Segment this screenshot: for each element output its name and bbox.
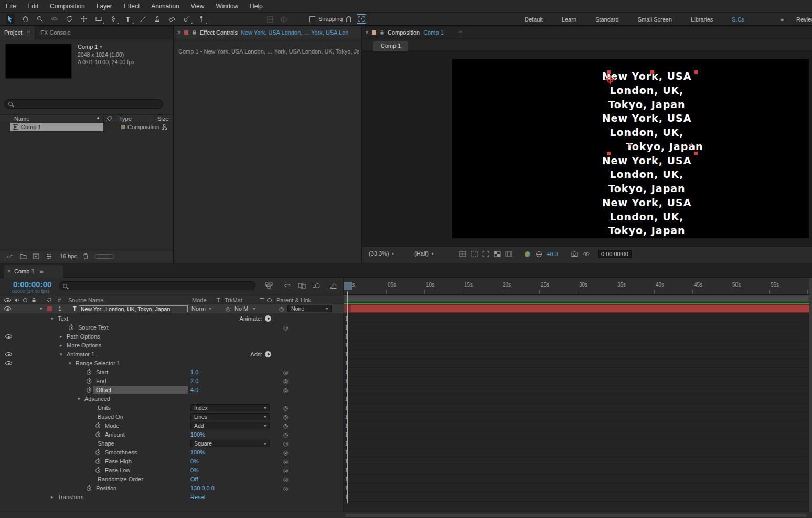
menu-window[interactable]: Window (210, 0, 244, 13)
column-header-name[interactable]: Name (14, 115, 29, 122)
prop-value[interactable]: 1.0 (190, 369, 198, 375)
prop-dropdown-units[interactable]: Index▼ (190, 404, 270, 411)
menu-view[interactable]: View (185, 0, 210, 13)
timeline-tab[interactable]: × Comp 1 ≡ (4, 265, 63, 278)
toggle-switches-icon[interactable] (260, 298, 264, 302)
expression-pickwhip-icon[interactable]: ◎ (283, 422, 289, 429)
expression-pickwhip-icon[interactable]: ◎ (283, 485, 289, 492)
effect-controls-title[interactable]: Effect Controls (200, 29, 238, 36)
stopwatch-icon[interactable] (95, 424, 100, 428)
expression-pickwhip-icon[interactable]: ◎ (283, 449, 289, 456)
prop-value[interactable]: 0% (190, 458, 199, 464)
layer-label-color[interactable] (47, 306, 52, 311)
current-timecode[interactable]: 0:00:00:00 (13, 280, 51, 289)
expression-pickwhip-icon[interactable]: ◎ (283, 378, 289, 385)
column-header-t[interactable]: T (217, 297, 220, 303)
work-area-bar[interactable] (344, 295, 812, 303)
range-selector-end-marker[interactable]: ◂ (689, 141, 692, 147)
shy-layers-icon[interactable] (283, 282, 291, 289)
blend-mode-dropdown[interactable]: Norm (191, 305, 206, 312)
prop-row-source-text[interactable]: Source Text◎ (0, 323, 343, 332)
column-header-trkmat[interactable]: TrkMat (225, 297, 242, 303)
interpret-footage-icon[interactable] (6, 253, 13, 259)
selection-handle[interactable] (694, 70, 698, 74)
new-composition-icon[interactable] (33, 253, 39, 259)
panel-menu-icon[interactable]: ≡ (26, 29, 30, 36)
selection-handle[interactable] (694, 152, 698, 155)
stopwatch-icon[interactable] (87, 379, 91, 384)
workspace-menu-icon[interactable]: ≡ (780, 16, 784, 23)
workspace-s-cs[interactable]: S.Cs (732, 16, 744, 23)
used-in-icon[interactable] (162, 124, 167, 130)
show-snapshot-icon[interactable] (583, 251, 590, 257)
viewer-tab-comp1[interactable]: Comp 1 (373, 41, 408, 51)
prop-row-mode[interactable]: ModeAdd▼◎ (0, 421, 343, 430)
hand-tool-icon[interactable] (21, 14, 29, 24)
resolution-dropdown[interactable]: (Half) ▼ (414, 250, 434, 257)
stopwatch-icon[interactable] (95, 432, 100, 437)
parent-dropdown[interactable]: None ▼ (287, 305, 332, 312)
layer-duration-bar[interactable] (344, 304, 812, 313)
prop-value[interactable]: 100% (190, 449, 205, 456)
snap-to-features-icon[interactable] (357, 14, 366, 24)
prop-row-transform[interactable]: ▸TransformReset (0, 493, 343, 502)
visibility-eye-icon[interactable] (5, 361, 12, 365)
selection-handle[interactable] (607, 70, 611, 74)
anchor-point-icon[interactable] (607, 77, 613, 83)
brush-tool-icon[interactable] (138, 14, 147, 24)
bit-depth-button[interactable]: 16 bpc (60, 253, 77, 259)
prop-value[interactable]: Off (190, 476, 198, 482)
stopwatch-icon[interactable] (95, 459, 100, 464)
column-header-size[interactable]: Size (157, 115, 168, 122)
prop-row-path-options[interactable]: ▸Path Options (0, 332, 343, 341)
prop-row-amount[interactable]: Amount100%◎ (0, 430, 343, 439)
expression-pickwhip-icon[interactable]: ◎ (283, 476, 289, 483)
twirl-open-icon[interactable]: ▾ (78, 396, 80, 401)
magnification-dropdown[interactable]: (33.3%) ▼ (369, 250, 394, 257)
prop-dropdown-mode[interactable]: Add▼ (190, 422, 270, 429)
playhead-line[interactable] (347, 291, 348, 503)
chevron-down-icon[interactable]: ▾ (100, 45, 102, 49)
column-header-mode[interactable]: Mode (192, 297, 207, 303)
preview-timecode-box[interactable]: 0:00:00:00 (598, 250, 632, 258)
workspace-default[interactable]: Default (525, 16, 543, 23)
composition-viewer[interactable]: New York, USALondon, UK,Tokyo, JapanNew … (362, 51, 812, 247)
label-color-column-icon[interactable] (106, 116, 112, 121)
composition-panel-title[interactable]: Composition (388, 29, 420, 36)
graph-editor-icon[interactable] (329, 282, 337, 289)
panel-menu-icon[interactable]: ≡ (40, 268, 44, 275)
menu-file[interactable]: File (0, 0, 22, 13)
prop-value[interactable]: Reset (190, 494, 206, 500)
prop-row-shape[interactable]: ShapeSquare▼◎ (0, 439, 343, 448)
twirl-closed-icon[interactable]: ▸ (51, 494, 54, 500)
range-selector-start-marker[interactable]: ▸ (629, 141, 632, 147)
close-icon[interactable]: × (365, 29, 369, 36)
layer-row[interactable]: ▾ 1 T New Yor...London, UK, Tokyo, Japan… (0, 304, 344, 313)
tab-project[interactable]: Project ≡ (0, 26, 34, 39)
new-folder-icon[interactable] (20, 253, 27, 259)
snap-option-icon[interactable] (345, 16, 352, 23)
menu-help[interactable]: Help (244, 0, 269, 13)
timeline-vertical-scrollbar[interactable] (809, 278, 812, 512)
mask-visibility-icon[interactable] (471, 251, 478, 257)
lock-icon[interactable] (380, 30, 384, 35)
visibility-eye-icon[interactable] (5, 352, 12, 356)
selection-handle[interactable] (607, 152, 611, 155)
prop-row-start[interactable]: Start1.0◎ (0, 368, 343, 377)
puppet-pin-tool-icon[interactable]: ▾ (197, 14, 206, 24)
prop-value[interactable]: 130.0,0.0 (190, 485, 215, 491)
stopwatch-icon[interactable] (87, 486, 91, 491)
selection-handle[interactable] (650, 70, 654, 74)
expression-pickwhip-icon[interactable]: ◎ (283, 369, 289, 376)
safe-zones-icon[interactable] (459, 251, 466, 257)
menu-layer[interactable]: Layer (91, 0, 118, 13)
expression-pickwhip-icon[interactable]: ◎ (283, 324, 289, 331)
expression-pickwhip-icon[interactable]: ◎ (283, 414, 289, 420)
workspace-standard[interactable]: Standard (595, 16, 619, 23)
twirl-open-icon[interactable]: ▾ (60, 352, 62, 357)
column-header-parent-link[interactable]: Parent & Link (276, 297, 311, 303)
selection-tool-icon[interactable] (6, 14, 15, 24)
stopwatch-icon[interactable] (95, 468, 100, 473)
animate-menu-icon[interactable] (265, 315, 271, 322)
column-header-source-name[interactable]: Source Name (68, 297, 103, 303)
